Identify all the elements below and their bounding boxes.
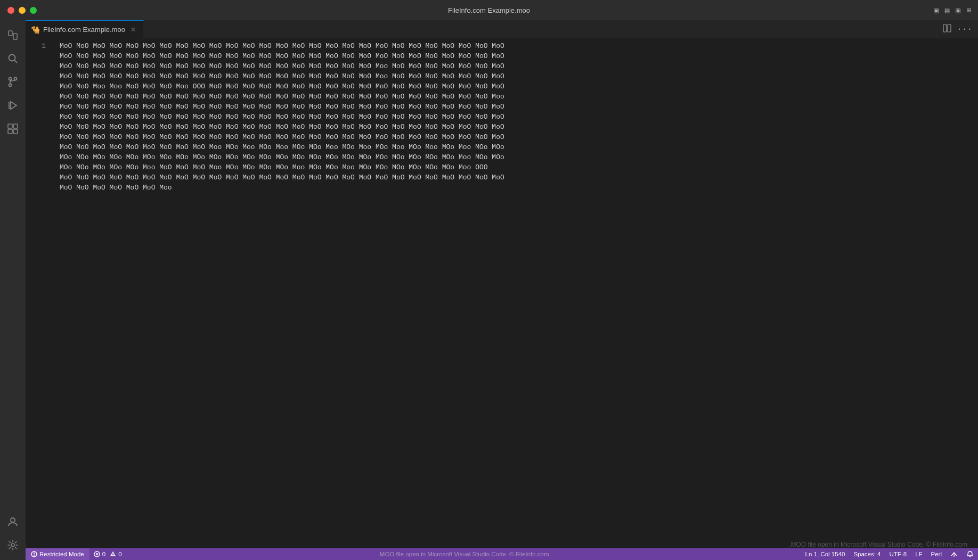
cursor-position[interactable]: Ln 1, Col 1540 (801, 548, 850, 560)
sidebar-item-search[interactable] (2, 48, 23, 69)
code-line: MoO MoO MoO MoO MoO MoO Moo (60, 183, 971, 193)
code-content[interactable]: MoO MoO MoO MoO MoO MoO MoO MoO MoO MoO … (52, 39, 971, 548)
layout-icon-2[interactable]: ▤ (943, 4, 951, 17)
language-mode[interactable]: Perl (927, 548, 946, 560)
tab-file-icon: 🐪 (31, 26, 40, 34)
sidebar-item-run[interactable] (2, 95, 23, 116)
svg-rect-12 (8, 129, 12, 134)
sidebar-item-settings[interactable] (2, 534, 23, 556)
code-line: MOo MOo MOo MOo MOo Moo MoO MoO MoO Moo … (60, 162, 971, 172)
svg-point-2 (9, 55, 15, 61)
close-button[interactable] (7, 7, 14, 14)
activity-bar-bottom (2, 511, 23, 560)
maximize-button[interactable] (30, 7, 37, 14)
svg-point-24 (113, 555, 113, 555)
line-numbers: 1 (26, 39, 52, 548)
sidebar-item-account[interactable] (2, 511, 23, 532)
indentation[interactable]: Spaces: 4 (849, 548, 885, 560)
line-number-1: 1 (26, 41, 46, 51)
traffic-lights (7, 7, 37, 14)
window-title: FileInfo.com Example.moo (448, 6, 530, 14)
layout-icon-4[interactable]: ⊞ (965, 4, 973, 17)
status-bar-left: Restricted Mode 0 0 (26, 548, 126, 560)
svg-marker-8 (11, 102, 17, 109)
scrollbar-gutter (971, 39, 978, 548)
code-line: MoO MoO Moo Moo MoO MoO MoO Moo OOO MoO … (60, 81, 971, 92)
split-editor-icon[interactable] (941, 22, 953, 37)
svg-point-5 (9, 84, 12, 87)
notifications-icon[interactable] (962, 548, 978, 560)
code-line: MOo MOo MOo MOo MOo MOo MOo MOo MOo MOo … (60, 152, 971, 162)
editor-content[interactable]: 1 MoO MoO MoO MoO MoO MoO MoO MoO MoO Mo… (26, 39, 978, 548)
svg-point-6 (14, 78, 17, 80)
status-center-info: .MOO file open in Microsoft Visual Studi… (126, 551, 801, 557)
layout-icon-1[interactable]: ▣ (932, 4, 940, 17)
code-line: MoO MoO MoO MoO MoO MoO MoO MoO MoO MoO … (60, 41, 971, 51)
svg-rect-13 (13, 129, 18, 134)
line-ending[interactable]: LF (911, 548, 926, 560)
code-line: MoO MoO MoO MoO MoO MoO MoO MoO MoO MoO … (60, 51, 971, 61)
status-bar: Restricted Mode 0 0 (26, 548, 978, 560)
code-line: MoO MoO MoO MoO MoO MoO MoO MoO MoO MoO … (60, 92, 971, 102)
remote-icon[interactable] (946, 548, 962, 560)
restricted-mode-label: Restricted Mode (39, 551, 84, 557)
tab-bar-actions: ··· (941, 20, 978, 38)
sidebar-item-extensions[interactable] (2, 118, 23, 139)
title-bar-actions: ▣ ▤ ▣ ⊞ (932, 4, 973, 17)
sidebar-item-source-control[interactable] (2, 71, 23, 93)
layout-icon-3[interactable]: ▣ (954, 4, 961, 17)
svg-rect-17 (948, 24, 951, 32)
restricted-mode-button[interactable]: Restricted Mode (26, 548, 89, 560)
code-line: MoO MoO MoO MoO MoO MoO MoO MoO MoO MoO … (60, 71, 971, 81)
svg-point-14 (11, 518, 15, 522)
main-layout: 🐪 FileInfo.com Example.moo × ··· 1 Mo (0, 20, 978, 560)
status-bar-right: Ln 1, Col 1540 Spaces: 4 UTF-8 LF Perl (801, 548, 978, 560)
tab-close-button[interactable]: × (128, 25, 138, 35)
svg-point-4 (9, 78, 12, 80)
svg-rect-16 (943, 24, 947, 32)
svg-rect-10 (8, 124, 12, 128)
code-line: MoO MoO MoO MoO MoO MoO MoO MoO MoO MoO … (60, 172, 971, 183)
svg-point-15 (11, 543, 14, 547)
editor-area: 🐪 FileInfo.com Example.moo × ··· 1 Mo (26, 20, 978, 560)
tab-bar: 🐪 FileInfo.com Example.moo × ··· (26, 20, 978, 39)
svg-rect-1 (13, 34, 17, 39)
sidebar-item-explorer[interactable] (2, 24, 23, 46)
tab-active[interactable]: 🐪 FileInfo.com Example.moo × (26, 20, 144, 38)
more-actions-icon[interactable]: ··· (955, 23, 974, 36)
code-line: MoO MoO MoO MoO MoO MoO MoO MoO MoO MoO … (60, 122, 971, 132)
code-line: MoO MoO MoO MoO MoO MoO MoO MoO MoO MoO … (60, 102, 971, 112)
warnings-count: 0 (118, 551, 121, 557)
minimize-button[interactable] (19, 7, 26, 14)
code-line: MoO MoO MoO MoO MoO MoO MoO MoO MoO MoO … (60, 112, 971, 122)
svg-rect-11 (13, 124, 18, 128)
code-line: MoO MoO MoO MoO MoO MoO MoO MoO MoO MoO … (60, 61, 971, 71)
svg-line-3 (14, 60, 17, 63)
svg-point-19 (34, 555, 35, 556)
errors-button[interactable]: 0 0 (89, 548, 126, 560)
errors-count: 0 (102, 551, 105, 557)
title-bar: FileInfo.com Example.moo ▣ ▤ ▣ ⊞ (0, 0, 978, 20)
activity-bar (0, 20, 26, 560)
encoding[interactable]: UTF-8 (885, 548, 911, 560)
code-line: MoO MoO MoO MoO MoO MoO MoO MoO MoO MoO … (60, 132, 971, 142)
tab-label: FileInfo.com Example.moo (43, 26, 125, 34)
code-line: MoO MoO MoO MoO MoO MoO MoO MoO MoO Moo … (60, 142, 971, 152)
svg-rect-0 (9, 31, 12, 36)
